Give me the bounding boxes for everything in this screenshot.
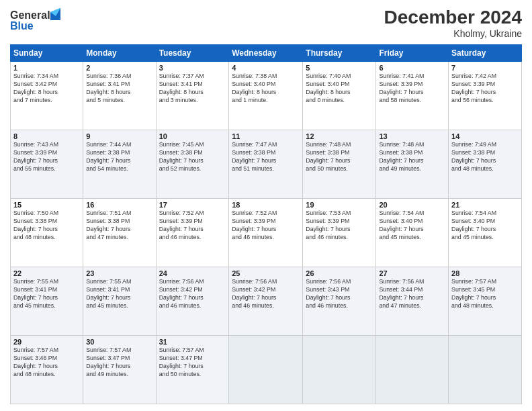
table-row bbox=[376, 336, 449, 404]
day-info: Sunrise: 7:52 AM Sunset: 3:39 PM Dayligh… bbox=[232, 210, 300, 242]
table-row: 16Sunrise: 7:51 AM Sunset: 3:38 PM Dayli… bbox=[83, 199, 156, 267]
day-number: 18 bbox=[232, 201, 300, 209]
table-row: 12Sunrise: 7:48 AM Sunset: 3:38 PM Dayli… bbox=[303, 130, 376, 199]
day-info: Sunrise: 7:40 AM Sunset: 3:40 PM Dayligh… bbox=[306, 73, 373, 105]
day-number: 4 bbox=[232, 64, 300, 72]
day-number: 6 bbox=[379, 64, 445, 72]
day-number: 17 bbox=[159, 201, 226, 209]
table-row: 23Sunrise: 7:55 AM Sunset: 3:41 PM Dayli… bbox=[83, 267, 156, 336]
day-info: Sunrise: 7:56 AM Sunset: 3:42 PM Dayligh… bbox=[159, 278, 226, 310]
day-info: Sunrise: 7:45 AM Sunset: 3:38 PM Dayligh… bbox=[159, 141, 226, 173]
day-info: Sunrise: 7:55 AM Sunset: 3:41 PM Dayligh… bbox=[86, 278, 152, 310]
day-info: Sunrise: 7:43 AM Sunset: 3:39 PM Dayligh… bbox=[13, 141, 80, 173]
table-row: 1Sunrise: 7:34 AM Sunset: 3:42 PM Daylig… bbox=[11, 62, 83, 130]
logo: General Blue bbox=[10, 7, 64, 35]
day-number: 7 bbox=[451, 64, 519, 72]
col-monday: Monday bbox=[83, 45, 156, 62]
day-info: Sunrise: 7:38 AM Sunset: 3:40 PM Dayligh… bbox=[232, 73, 300, 105]
day-info: Sunrise: 7:57 AM Sunset: 3:46 PM Dayligh… bbox=[13, 347, 80, 379]
calendar-title: December 2024 bbox=[384, 7, 522, 28]
day-info: Sunrise: 7:54 AM Sunset: 3:40 PM Dayligh… bbox=[379, 210, 445, 242]
table-row: 26Sunrise: 7:56 AM Sunset: 3:43 PM Dayli… bbox=[303, 267, 376, 336]
calendar-header-row: Sunday Monday Tuesday Wednesday Thursday… bbox=[11, 45, 522, 62]
day-info: Sunrise: 7:37 AM Sunset: 3:41 PM Dayligh… bbox=[159, 73, 226, 105]
day-number: 28 bbox=[451, 269, 519, 277]
page: General Blue December 2024 Kholmy, Ukrai… bbox=[0, 0, 532, 411]
table-row: 18Sunrise: 7:52 AM Sunset: 3:39 PM Dayli… bbox=[229, 199, 303, 267]
title-block: December 2024 Kholmy, Ukraine bbox=[384, 7, 522, 39]
day-number: 3 bbox=[159, 64, 226, 72]
header: General Blue December 2024 Kholmy, Ukrai… bbox=[10, 7, 522, 39]
day-info: Sunrise: 7:49 AM Sunset: 3:38 PM Dayligh… bbox=[451, 141, 519, 173]
day-info: Sunrise: 7:54 AM Sunset: 3:40 PM Dayligh… bbox=[451, 210, 519, 242]
day-number: 13 bbox=[379, 132, 445, 140]
day-number: 5 bbox=[306, 64, 373, 72]
day-info: Sunrise: 7:57 AM Sunset: 3:45 PM Dayligh… bbox=[451, 278, 519, 310]
day-info: Sunrise: 7:36 AM Sunset: 3:41 PM Dayligh… bbox=[86, 73, 152, 105]
col-saturday: Saturday bbox=[449, 45, 522, 62]
table-row: 25Sunrise: 7:56 AM Sunset: 3:42 PM Dayli… bbox=[229, 267, 303, 336]
calendar-subtitle: Kholmy, Ukraine bbox=[384, 28, 522, 39]
day-number: 21 bbox=[451, 201, 519, 209]
col-tuesday: Tuesday bbox=[156, 45, 229, 62]
table-row: 13Sunrise: 7:48 AM Sunset: 3:38 PM Dayli… bbox=[376, 130, 449, 199]
day-info: Sunrise: 7:57 AM Sunset: 3:47 PM Dayligh… bbox=[159, 347, 226, 379]
day-number: 24 bbox=[159, 269, 226, 277]
table-row bbox=[449, 336, 522, 404]
day-number: 9 bbox=[86, 132, 152, 140]
table-row: 17Sunrise: 7:52 AM Sunset: 3:39 PM Dayli… bbox=[156, 199, 229, 267]
day-info: Sunrise: 7:44 AM Sunset: 3:38 PM Dayligh… bbox=[86, 141, 152, 173]
table-row: 31Sunrise: 7:57 AM Sunset: 3:47 PM Dayli… bbox=[156, 336, 229, 404]
table-row bbox=[229, 336, 303, 404]
day-info: Sunrise: 7:34 AM Sunset: 3:42 PM Dayligh… bbox=[13, 73, 80, 105]
day-number: 16 bbox=[86, 201, 152, 209]
day-number: 8 bbox=[13, 132, 80, 140]
table-row: 4Sunrise: 7:38 AM Sunset: 3:40 PM Daylig… bbox=[229, 62, 303, 130]
day-number: 30 bbox=[86, 338, 152, 346]
col-sunday: Sunday bbox=[11, 45, 83, 62]
day-info: Sunrise: 7:41 AM Sunset: 3:39 PM Dayligh… bbox=[379, 73, 445, 105]
table-row: 29Sunrise: 7:57 AM Sunset: 3:46 PM Dayli… bbox=[11, 336, 83, 404]
table-row: 15Sunrise: 7:50 AM Sunset: 3:38 PM Dayli… bbox=[11, 199, 83, 267]
day-info: Sunrise: 7:51 AM Sunset: 3:38 PM Dayligh… bbox=[86, 210, 152, 242]
col-friday: Friday bbox=[376, 45, 449, 62]
table-row: 6Sunrise: 7:41 AM Sunset: 3:39 PM Daylig… bbox=[376, 62, 449, 130]
day-number: 10 bbox=[159, 132, 226, 140]
table-row: 24Sunrise: 7:56 AM Sunset: 3:42 PM Dayli… bbox=[156, 267, 229, 336]
day-info: Sunrise: 7:56 AM Sunset: 3:43 PM Dayligh… bbox=[306, 278, 373, 310]
day-info: Sunrise: 7:47 AM Sunset: 3:38 PM Dayligh… bbox=[232, 141, 300, 173]
day-number: 29 bbox=[13, 338, 80, 346]
day-number: 20 bbox=[379, 201, 445, 209]
day-info: Sunrise: 7:48 AM Sunset: 3:38 PM Dayligh… bbox=[306, 141, 373, 173]
logo-icon: General Blue bbox=[10, 7, 64, 35]
day-number: 12 bbox=[306, 132, 373, 140]
day-number: 11 bbox=[232, 132, 300, 140]
table-row: 22Sunrise: 7:55 AM Sunset: 3:41 PM Dayli… bbox=[11, 267, 83, 336]
day-number: 27 bbox=[379, 269, 445, 277]
table-row: 5Sunrise: 7:40 AM Sunset: 3:40 PM Daylig… bbox=[303, 62, 376, 130]
day-info: Sunrise: 7:55 AM Sunset: 3:41 PM Dayligh… bbox=[13, 278, 80, 310]
table-row: 27Sunrise: 7:56 AM Sunset: 3:44 PM Dayli… bbox=[376, 267, 449, 336]
col-thursday: Thursday bbox=[303, 45, 376, 62]
day-info: Sunrise: 7:50 AM Sunset: 3:38 PM Dayligh… bbox=[13, 210, 80, 242]
day-number: 26 bbox=[306, 269, 373, 277]
day-info: Sunrise: 7:56 AM Sunset: 3:42 PM Dayligh… bbox=[232, 278, 300, 310]
day-number: 22 bbox=[13, 269, 80, 277]
day-number: 1 bbox=[13, 64, 80, 72]
day-info: Sunrise: 7:56 AM Sunset: 3:44 PM Dayligh… bbox=[379, 278, 445, 310]
day-number: 23 bbox=[86, 269, 152, 277]
table-row: 2Sunrise: 7:36 AM Sunset: 3:41 PM Daylig… bbox=[83, 62, 156, 130]
day-number: 31 bbox=[159, 338, 226, 346]
svg-text:Blue: Blue bbox=[10, 20, 34, 32]
day-info: Sunrise: 7:57 AM Sunset: 3:47 PM Dayligh… bbox=[86, 347, 152, 379]
day-number: 15 bbox=[13, 201, 80, 209]
table-row: 7Sunrise: 7:42 AM Sunset: 3:39 PM Daylig… bbox=[449, 62, 522, 130]
table-row bbox=[303, 336, 376, 404]
table-row: 30Sunrise: 7:57 AM Sunset: 3:47 PM Dayli… bbox=[83, 336, 156, 404]
table-row: 28Sunrise: 7:57 AM Sunset: 3:45 PM Dayli… bbox=[449, 267, 522, 336]
table-row: 14Sunrise: 7:49 AM Sunset: 3:38 PM Dayli… bbox=[449, 130, 522, 199]
table-row: 11Sunrise: 7:47 AM Sunset: 3:38 PM Dayli… bbox=[229, 130, 303, 199]
table-row: 8Sunrise: 7:43 AM Sunset: 3:39 PM Daylig… bbox=[11, 130, 83, 199]
day-info: Sunrise: 7:48 AM Sunset: 3:38 PM Dayligh… bbox=[379, 141, 445, 173]
svg-text:General: General bbox=[10, 9, 50, 21]
